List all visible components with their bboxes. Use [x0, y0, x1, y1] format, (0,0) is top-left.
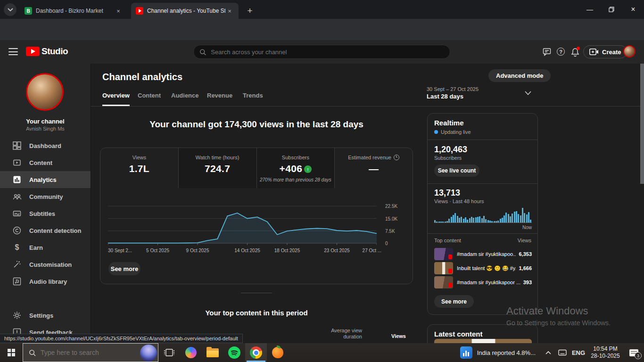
tab-channel-analytics[interactable]: Channel analytics - YouTube Stu ×: [131, 3, 239, 19]
taskbar-clock[interactable]: 10:54 PM 28-10-2025: [587, 346, 623, 360]
close-tab-icon[interactable]: ×: [114, 7, 123, 15]
browser-toolbar: ← → ↻ ⌂ studio.youtube.com/channel/UCxIj…: [0, 19, 644, 40]
screen: B Dashboard - Bizkro Market × Channel an…: [0, 0, 644, 362]
realtime-bar-chart[interactable]: [434, 206, 532, 223]
news-widget[interactable]: India reported 4.8%...: [454, 343, 541, 362]
sidebar-item-label: Content: [29, 159, 52, 166]
news-headline: India reported 4.8%...: [477, 349, 536, 356]
shorts-badge-icon: [448, 269, 452, 273]
feedback-icon[interactable]: [541, 46, 553, 58]
window-minimize-button[interactable]: —: [579, 0, 601, 19]
see-more-button[interactable]: See more: [434, 295, 474, 308]
video-thumbnail: [434, 262, 453, 274]
tab-revenue[interactable]: Revenue: [207, 92, 232, 106]
notifications-bell-icon[interactable]: [570, 46, 581, 58]
create-button[interactable]: Create: [583, 45, 627, 58]
sidebar-item-subtitles[interactable]: Subtitles: [0, 205, 91, 222]
sidebar-item-community[interactable]: Community: [0, 188, 91, 205]
fl-studio-icon[interactable]: [267, 343, 289, 362]
top-content-row[interactable]: Inbuilt talent 😎 🙂 😂 #y... 1,666: [434, 262, 532, 275]
menu-hamburger-icon[interactable]: [8, 48, 18, 55]
sidebar-item-analytics[interactable]: Analytics: [0, 171, 91, 188]
sidebar-item-label: Community: [29, 193, 63, 200]
clock-date: 28-10-2025: [589, 353, 621, 360]
channel-title: Your channel: [0, 118, 91, 125]
top-content-row[interactable]: #madam sir #yuktikapoo... 6,353: [434, 247, 532, 261]
tab-dashboard-bizkro[interactable]: B Dashboard - Bizkro Market ×: [20, 3, 127, 19]
touch-keyboard-icon[interactable]: [555, 343, 570, 362]
spotify-icon[interactable]: [223, 343, 245, 362]
window-restore-button[interactable]: [601, 0, 622, 19]
video-views: 1,666: [519, 265, 532, 271]
close-tab-icon[interactable]: ×: [225, 7, 234, 15]
tab-audience[interactable]: Audience: [171, 92, 199, 106]
sidebar-item-content[interactable]: Content: [0, 154, 91, 171]
latest-content-card: Latest content: [427, 324, 538, 343]
realtime-views-value: 13,713: [434, 188, 460, 198]
top-content-header: Top content: [434, 238, 461, 243]
tab-content[interactable]: Content: [138, 92, 161, 106]
sidebar-item-dashboard[interactable]: Dashboard: [0, 137, 91, 154]
account-avatar[interactable]: [623, 45, 636, 58]
language-indicator[interactable]: ENG: [570, 343, 587, 362]
channel-avatar[interactable]: [26, 73, 64, 111]
sidebar-item-audio-library[interactable]: Audio library: [0, 273, 91, 290]
column-views: Views: [383, 333, 406, 339]
metric-watch-time[interactable]: Watch time (hours) 724.7: [178, 148, 256, 188]
windows-taskbar: India reported 4.8%... ENG 10:54 PM 28-1…: [0, 343, 644, 362]
chrome-icon[interactable]: [245, 343, 267, 362]
help-icon[interactable]: ?: [557, 48, 565, 56]
search-highlight-image[interactable]: [140, 345, 157, 362]
x-tick-label: 18 Oct 2025: [274, 248, 300, 253]
sidebar-item-settings[interactable]: Settings: [0, 307, 91, 324]
studio-header: Studio ? Create: [0, 40, 644, 64]
studio-search-input[interactable]: [211, 49, 444, 56]
see-live-count-button[interactable]: See live count: [434, 165, 479, 177]
youtube-studio-app: Studio ? Create Your channel: [0, 40, 644, 343]
advanced-mode-button[interactable]: Advanced mode: [488, 69, 551, 82]
metric-subscribers[interactable]: Subscribers +406↑ 270% more than previou…: [256, 148, 335, 188]
divider: [428, 183, 537, 184]
tab-trends[interactable]: Trends: [243, 92, 263, 106]
x-tick-label: 14 Oct 2025: [234, 248, 260, 253]
studio-search-bar[interactable]: [193, 45, 450, 59]
date-range-picker[interactable]: 30 Sept – 27 Oct 2025 Last 28 days: [427, 86, 526, 100]
updating-live: Updating live: [434, 129, 471, 135]
metric-views[interactable]: Views 1.7L: [100, 148, 178, 188]
taskbar-search-box[interactable]: [23, 343, 158, 362]
metric-row: Views 1.7L Watch time (hours) 724.7 Subs…: [100, 148, 413, 188]
tab-search-button[interactable]: [4, 3, 17, 16]
show-hidden-icons-chevron[interactable]: [541, 343, 555, 362]
file-explorer-icon[interactable]: [202, 343, 223, 362]
y-tick-label: 0: [385, 241, 388, 246]
metric-value: —: [335, 163, 413, 174]
metric-label: Watch time (hours): [179, 155, 256, 160]
sidebar-item-customisation[interactable]: Customisation: [0, 256, 91, 273]
chevron-down-icon[interactable]: [525, 91, 531, 95]
start-button[interactable]: [0, 343, 23, 362]
sidebar-item-content-detection[interactable]: Content detection: [0, 222, 91, 239]
tab-overview[interactable]: Overview: [102, 92, 130, 106]
window-close-button[interactable]: ×: [622, 0, 644, 19]
action-center-button[interactable]: 3: [623, 343, 644, 362]
see-more-button[interactable]: See more: [108, 262, 140, 275]
top-content-row[interactable]: #madam sir #yuktikapoor ... 393: [434, 276, 532, 289]
task-view-button[interactable]: [158, 343, 180, 362]
sidebar-item-earn[interactable]: $ Earn: [0, 239, 91, 256]
new-tab-button[interactable]: +: [243, 4, 256, 17]
scrollbar-thumb[interactable]: [640, 64, 644, 184]
activate-windows-watermark: Activate Windows: [506, 305, 588, 317]
studio-logo[interactable]: Studio: [26, 46, 68, 57]
search-icon: [199, 49, 206, 56]
realtime-subscribers-label: Subscribers: [434, 155, 462, 161]
latest-video-thumbnail[interactable]: [434, 339, 532, 343]
shorts-badge-icon: [448, 255, 452, 259]
copilot-icon[interactable]: [180, 343, 202, 362]
metric-estimated-revenue[interactable]: Estimated revenue —: [334, 148, 413, 188]
y-tick-label: 7.5K: [385, 229, 395, 234]
views-line-chart[interactable]: 07.5K15.0K22.5K 30 Sept 2...5 Oct 20259 …: [108, 202, 405, 258]
dollar-icon: $: [12, 243, 22, 252]
period-label: Last 28 days: [427, 93, 526, 100]
taskbar-search-input[interactable]: [41, 349, 125, 356]
video-views: 6,353: [519, 251, 532, 257]
